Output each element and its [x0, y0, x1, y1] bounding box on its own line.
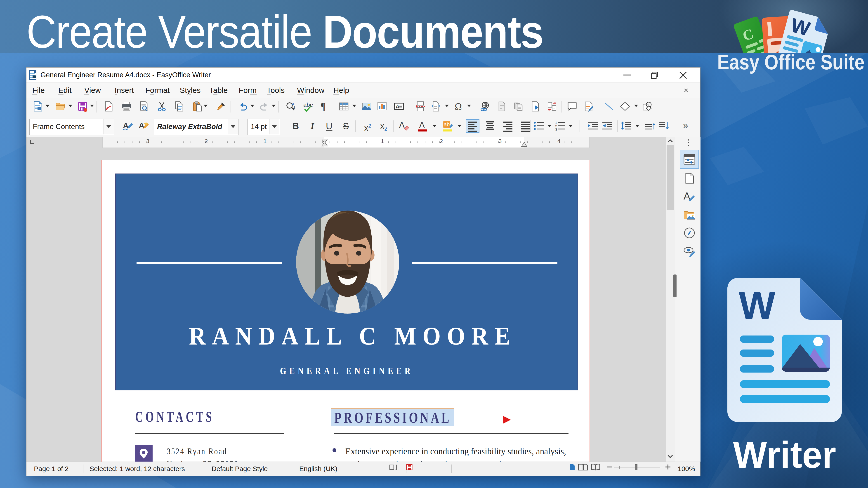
svg-text:A: A — [396, 103, 399, 109]
svg-text:W: W — [739, 284, 776, 327]
svg-text:¶: ¶ — [321, 101, 326, 112]
svg-text:A: A — [419, 121, 425, 130]
svg-text:abc: abc — [303, 101, 313, 108]
svg-text:Ω: Ω — [455, 101, 462, 111]
svg-text:d: d — [292, 105, 295, 109]
svg-text:3: 3 — [555, 127, 557, 131]
svg-text:ab: ab — [444, 121, 450, 127]
svg-text:A: A — [399, 121, 405, 130]
